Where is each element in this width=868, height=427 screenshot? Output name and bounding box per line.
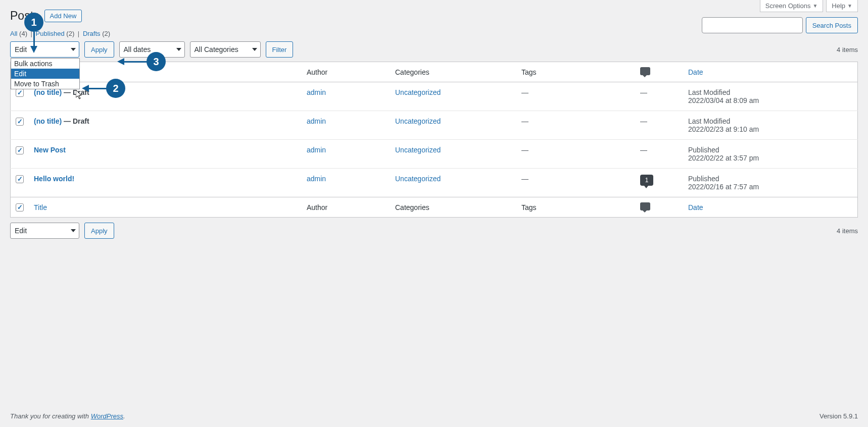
date-value: 2022/02/23 at 9:10 am [688, 125, 852, 133]
items-count-top: 4 items [837, 46, 858, 54]
tags-value: — [521, 146, 528, 154]
annotation-arrow-head [117, 58, 124, 65]
chevron-down-icon [71, 48, 76, 51]
post-title-link[interactable]: New Post [34, 146, 66, 154]
comments-value: — [640, 88, 647, 96]
apply-button-bottom[interactable]: Apply [84, 223, 114, 239]
column-header-author[interactable]: Author [302, 62, 390, 82]
category-filter-selected: All Categories [195, 45, 238, 54]
column-header-categories[interactable]: Categories [390, 62, 516, 82]
date-value: 2022/03/04 at 8:09 am [688, 96, 852, 104]
date-status: Published [688, 175, 852, 183]
comment-icon [640, 202, 650, 210]
comments-value: — [640, 146, 647, 154]
search-button[interactable]: Search Posts [806, 17, 858, 33]
column-footer-categories[interactable]: Categories [390, 197, 516, 218]
column-footer-title[interactable]: Title [34, 203, 47, 211]
comment-icon [640, 67, 650, 75]
tags-value: — [521, 175, 528, 183]
annotation-badge-2: 2 [106, 79, 125, 98]
column-footer-tags[interactable]: Tags [516, 197, 635, 218]
author-link[interactable]: admin [307, 175, 326, 183]
select-all-checkbox-bottom[interactable] [16, 203, 24, 211]
category-link[interactable]: Uncategorized [395, 146, 441, 154]
table-row: (no title) — DraftadminUncategorized——La… [11, 111, 858, 140]
category-link[interactable]: Uncategorized [395, 88, 441, 96]
post-state: — Draft [62, 117, 89, 125]
footer-thanks: Thank you for creating with WordPress. [10, 412, 125, 420]
annotation-arrow-line [88, 88, 107, 89]
items-count-bottom: 4 items [837, 227, 858, 235]
posts-table: Title Author Categories Tags Date (no ti… [10, 62, 858, 218]
category-link[interactable]: Uncategorized [395, 175, 441, 183]
annotation-badge-1: 1 [24, 13, 43, 32]
search-input[interactable] [702, 17, 803, 33]
bulk-option-edit[interactable]: Edit [11, 69, 79, 79]
table-row: New PostadminUncategorized——Published202… [11, 140, 858, 169]
date-status: Published [688, 146, 852, 154]
cursor-icon [76, 90, 84, 100]
apply-button-top[interactable]: Apply [84, 41, 114, 58]
row-checkbox[interactable] [16, 89, 24, 97]
add-new-button[interactable]: Add New [44, 10, 82, 22]
annotation-badge-3: 3 [147, 52, 166, 71]
bulk-actions-bottom-selected: Edit [15, 227, 27, 235]
table-row: Hello world!adminUncategorized—1Publishe… [11, 169, 858, 197]
column-footer-author[interactable]: Author [302, 197, 390, 218]
post-title-link[interactable]: (no title) [34, 117, 62, 125]
author-link[interactable]: admin [307, 117, 326, 125]
column-footer-date[interactable]: Date [688, 203, 703, 211]
chevron-down-icon [176, 48, 181, 51]
annotation-arrow-head [30, 46, 37, 53]
filter-button[interactable]: Filter [266, 41, 294, 58]
date-filter-selected: All dates [124, 45, 151, 54]
filter-drafts-link[interactable]: Drafts (2) [83, 30, 110, 37]
tags-value: — [521, 88, 528, 96]
post-title-link[interactable]: (no title) [34, 88, 62, 96]
date-status: Last Modified [688, 88, 852, 96]
chevron-down-icon [252, 48, 257, 51]
annotation-arrow-line [33, 32, 35, 46]
table-row: (no title) — DraftadminUncategorized——La… [11, 82, 858, 111]
filter-published-link[interactable]: Published (2) [36, 30, 75, 37]
author-link[interactable]: admin [307, 88, 326, 96]
comments-value: — [640, 117, 647, 125]
comment-count-bubble[interactable]: 1 [640, 175, 653, 186]
chevron-down-icon [71, 229, 76, 232]
bulk-actions-select-bottom[interactable]: Edit [10, 223, 79, 239]
date-value: 2022/02/22 at 3:57 pm [688, 154, 852, 162]
bulk-actions-selected: Edit [15, 45, 27, 54]
bulk-option-trash[interactable]: Move to Trash [11, 79, 79, 89]
author-link[interactable]: admin [307, 146, 326, 154]
post-title-link[interactable]: Hello world! [34, 175, 74, 183]
category-link[interactable]: Uncategorized [395, 117, 441, 125]
row-checkbox[interactable] [16, 175, 24, 183]
date-value: 2022/02/16 at 7:57 am [688, 183, 852, 191]
annotation-arrow-line [124, 61, 147, 63]
row-checkbox[interactable] [16, 118, 24, 126]
filter-all-link[interactable]: All (4) [10, 30, 27, 37]
row-checkbox[interactable] [16, 146, 24, 154]
bulk-actions-select[interactable]: Edit Bulk actions Edit Move to Trash [10, 41, 79, 58]
date-status: Last Modified [688, 117, 852, 125]
column-footer-comments[interactable] [635, 197, 683, 218]
column-header-date[interactable]: Date [688, 68, 703, 76]
footer-version: Version 5.9.1 [819, 412, 858, 420]
column-header-tags[interactable]: Tags [516, 62, 635, 82]
tags-value: — [521, 117, 528, 125]
bulk-actions-dropdown: Bulk actions Edit Move to Trash [11, 58, 80, 89]
category-filter-select[interactable]: All Categories [190, 41, 261, 58]
column-header-comments[interactable] [635, 62, 683, 82]
footer-wordpress-link[interactable]: WordPress [91, 412, 123, 420]
bulk-option-bulk-actions[interactable]: Bulk actions [11, 59, 79, 69]
